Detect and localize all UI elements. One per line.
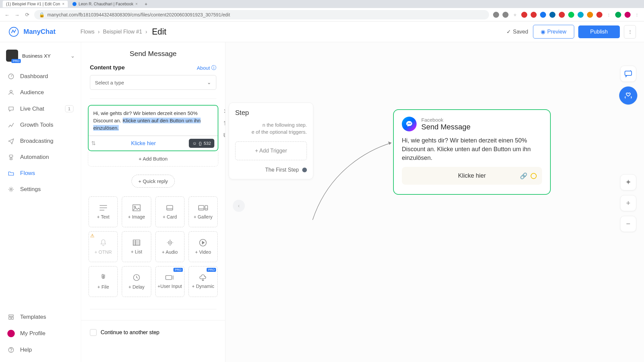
browser-tab-active[interactable]: (1) Beispiel Flow #1 | Edit Con ×: [3, 1, 68, 7]
close-icon[interactable]: ×: [135, 2, 138, 6]
manychat-icon: [8, 26, 19, 38]
tile-gallery[interactable]: + Gallery: [189, 196, 218, 227]
chevron-down-icon: ⌄: [70, 53, 75, 59]
close-icon[interactable]: ×: [62, 2, 64, 6]
extension-icon[interactable]: [615, 12, 621, 18]
eye-icon: ◉: [541, 28, 545, 35]
extension-icon[interactable]: [549, 12, 555, 18]
add-trigger-button[interactable]: + Add Trigger: [235, 141, 307, 160]
forward-icon[interactable]: →: [14, 12, 20, 18]
content-type-select[interactable]: Select a type ⌄: [90, 75, 216, 90]
flow-canvas[interactable]: Step n the following step. e of the opti…: [225, 42, 644, 362]
assistant-button[interactable]: [619, 86, 637, 105]
avatar-icon: [7, 330, 15, 337]
tile-text[interactable]: + Text: [89, 196, 118, 227]
tile-audio[interactable]: + Audio: [155, 231, 184, 262]
svg-rect-7: [9, 317, 11, 319]
tile-otnr[interactable]: ⚠+ OTNR: [89, 231, 118, 262]
svg-rect-3: [9, 155, 13, 157]
left-nav: PRO Business XY ⌄ Dashboard Audience Liv…: [0, 42, 81, 362]
browser-tab[interactable]: Leon R. Chaudhari | Facebook ×: [69, 1, 141, 7]
tile-user-input[interactable]: PRO+User Input: [155, 266, 184, 297]
add-button[interactable]: + Add Button: [88, 151, 218, 167]
tile-video[interactable]: + Video: [189, 231, 218, 262]
extension-icon[interactable]: [521, 12, 527, 18]
back-icon[interactable]: ←: [4, 12, 10, 18]
nav-dashboard[interactable]: Dashboard: [0, 68, 81, 84]
message-preview: Hi, wie gehts dir? Wir bieten derzeit ei…: [402, 136, 542, 162]
connector-circle-icon[interactable]: [531, 173, 537, 179]
extension-icon[interactable]: [540, 12, 546, 18]
folder-icon: [8, 170, 14, 177]
reorder-icon[interactable]: ⇅: [89, 136, 98, 150]
add-node-button[interactable]: [620, 66, 636, 82]
nav-automation[interactable]: Automation: [0, 149, 81, 165]
nav-settings[interactable]: Settings: [0, 181, 81, 197]
node-desc: n the following step. e of the optional …: [235, 121, 307, 135]
message-block[interactable]: ✕ ⇅ ⧉ Hi, wie gehts dir? Wir bieten derz…: [88, 105, 218, 151]
node-send-message[interactable]: Facebook Send Message Hi, wie gehts dir?…: [393, 109, 551, 195]
nav-flows[interactable]: Flows: [0, 165, 81, 181]
continue-checkbox-row[interactable]: Continue to another step: [81, 320, 225, 339]
button-label[interactable]: Klicke hier: [98, 136, 189, 150]
collapse-panel-button[interactable]: ‹: [233, 200, 245, 212]
tile-image[interactable]: + Image: [122, 196, 151, 227]
add-quick-reply[interactable]: + Quick reply: [131, 175, 175, 188]
chat-plus-icon: [624, 70, 633, 77]
templates-icon: [8, 314, 14, 320]
preview-button[interactable]: ◉ Preview: [533, 25, 574, 39]
extension-icon[interactable]: [587, 12, 593, 18]
nav-live-chat[interactable]: Live Chat1: [0, 101, 81, 117]
more-button[interactable]: ⋮: [624, 25, 636, 39]
account-switcher[interactable]: PRO Business XY ⌄: [0, 46, 81, 68]
address-bar[interactable]: 🔒 manychat.com/fb181039443248308309/cms/…: [34, 10, 489, 19]
about-link[interactable]: About ⓘ: [197, 65, 216, 71]
tile-list[interactable]: + List: [122, 231, 151, 262]
avatar-icon[interactable]: [625, 12, 631, 18]
users-icon: [8, 89, 14, 96]
nav-templates[interactable]: Templates: [0, 309, 81, 325]
extension-icon[interactable]: [578, 12, 584, 18]
auto-layout-button[interactable]: ✦: [620, 174, 636, 190]
tab-title: (1) Beispiel Flow #1 | Edit Con: [6, 2, 60, 6]
checkbox[interactable]: [90, 329, 97, 336]
growth-icon: [8, 122, 14, 128]
message-button-row[interactable]: ⇅ Klicke hier ☺{}532: [89, 136, 218, 150]
nav-help[interactable]: Help: [0, 342, 81, 358]
crumb-flow-name[interactable]: Beispiel Flow #1: [103, 29, 142, 35]
extension-icon[interactable]: [493, 12, 499, 18]
account-name: Business XY: [22, 53, 51, 59]
badge: 1: [65, 105, 73, 112]
char-counter[interactable]: ☺{}532: [189, 139, 214, 148]
crumb-flows[interactable]: Flows: [80, 29, 95, 35]
nav-growth-tools[interactable]: Growth Tools: [0, 117, 81, 133]
zoom-out-button[interactable]: −: [620, 216, 636, 232]
publish-button[interactable]: Publish: [578, 25, 620, 38]
nav-audience[interactable]: Audience: [0, 84, 81, 101]
image-icon: [132, 204, 141, 212]
node-starting-step[interactable]: Step n the following step. e of the opti…: [229, 103, 313, 179]
extension-icon[interactable]: [596, 12, 602, 18]
extension-icon[interactable]: [531, 12, 537, 18]
extension-icon[interactable]: [502, 12, 508, 18]
extension-icon[interactable]: [568, 12, 574, 18]
nav-broadcasting[interactable]: Broadcasting: [0, 133, 81, 149]
messenger-icon: [402, 117, 417, 131]
nav-my-profile[interactable]: My Profile: [0, 325, 81, 342]
tile-dynamic[interactable]: PRO+ Dynamic: [189, 266, 218, 297]
text-icon: [99, 204, 108, 212]
brand-logo[interactable]: ManyChat: [8, 26, 80, 38]
new-tab-button[interactable]: +: [142, 1, 150, 7]
tile-file[interactable]: + File: [89, 266, 118, 297]
gear-icon: [8, 186, 14, 193]
content-tiles: + Text + Image + Card + Gallery ⚠+ OTNR …: [81, 188, 225, 300]
reload-icon[interactable]: ⟳: [24, 12, 30, 18]
chevron-right-icon: ›: [98, 29, 100, 35]
zoom-in-button[interactable]: +: [620, 195, 636, 211]
message-text-input[interactable]: Hi, wie gehts dir? Wir bieten derzeit ei…: [89, 106, 218, 136]
extension-icon[interactable]: [559, 12, 565, 18]
tile-card[interactable]: + Card: [155, 196, 184, 227]
button-preview[interactable]: Klicke hier 🔗: [402, 167, 542, 185]
connector-dot[interactable]: [302, 168, 307, 172]
tile-delay[interactable]: + Delay: [122, 266, 151, 297]
